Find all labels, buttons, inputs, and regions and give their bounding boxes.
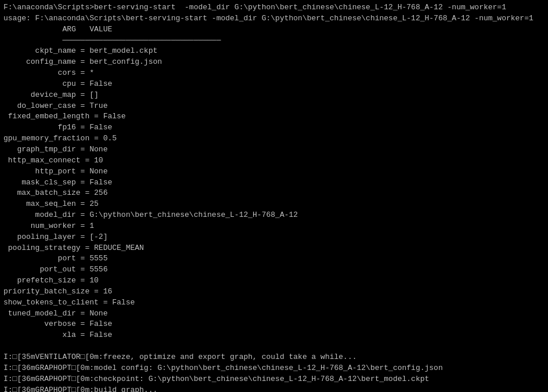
config-header: ARG VALUE (3, 24, 545, 35)
config-cors: cors = * (3, 68, 545, 79)
config-max-batch-size: max_batch_size = 256 (3, 188, 545, 199)
config-priority-batch-size: priority_batch_size = 16 (3, 286, 545, 297)
config-do-lower-case: do_lower_case = True (3, 101, 545, 112)
config-num-worker: num_worker = 1 (3, 221, 545, 232)
config-tuned-model-dir: tuned_model_dir = None (3, 308, 545, 320)
config-port-out: port_out = 5556 (3, 264, 545, 275)
config-pooling-layer: pooling_layer = [-2] (3, 232, 545, 243)
config-show-tokens-to-client: show_tokens_to_client = False (3, 297, 545, 308)
log-line-4: I:□[36mGRAPHOPT□[0m:build graph... (3, 385, 545, 392)
config-prefetch-size: prefetch_size = 10 (3, 275, 545, 286)
config-fp16: fp16 = False (3, 122, 545, 133)
config-graph-tmp-dir: graph_tmp_dir = None (3, 144, 545, 155)
config-cpu: cpu = False (3, 79, 545, 90)
config-ckpt-name: ckpt_name = bert_model.ckpt (3, 46, 545, 57)
config-port: port = 5555 (3, 253, 545, 264)
config-device-map: device_map = [] (3, 90, 545, 101)
config-xla: xla = False (3, 330, 545, 341)
config-gpu-memory-fraction: gpu_memory_fraction = 0.5 (3, 133, 545, 144)
blank-line (3, 341, 545, 352)
config-pooling-strategy: pooling_strategy = REDUCE_MEAN (3, 243, 545, 254)
terminal: F:\anaconda\Scripts>bert-serving-start -… (0, 0, 548, 392)
config-verbose: verbose = False (3, 319, 545, 330)
config-divider: ─────────────────────────────────── (3, 35, 545, 46)
command-line-1: F:\anaconda\Scripts>bert-serving-start -… (3, 2, 545, 13)
log-line-3: I:□[36mGRAPHOPT□[0m:checkpoint: G:\pytho… (3, 374, 545, 385)
config-max-seq-len: max_seq_len = 25 (3, 199, 545, 210)
log-line-1: I:□[35mVENTILATOR□[0m:freeze, optimize a… (3, 352, 545, 363)
config-fixed-embed-length: fixed_embed_length = False (3, 111, 545, 122)
config-mask-cls-sep: mask_cls_sep = False (3, 177, 545, 188)
log-line-2: I:□[36mGRAPHOPT□[0m:model config: G:\pyt… (3, 363, 545, 374)
config-http-port: http_port = None (3, 166, 545, 177)
config-model-dir: model_dir = G:\python\bert_chinese\chine… (3, 210, 545, 221)
command-line-2: usage: F:\anaconda\Scripts\bert-serving-… (3, 13, 545, 24)
config-config-name: config_name = bert_config.json (3, 57, 545, 68)
config-http-max-connect: http_max_connect = 10 (3, 155, 545, 166)
